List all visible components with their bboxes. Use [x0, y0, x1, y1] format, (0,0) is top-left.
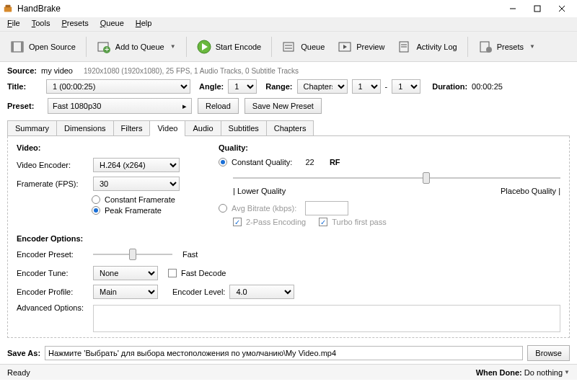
tab-video[interactable]: Video	[149, 120, 185, 136]
cq-unit: RF	[330, 158, 340, 166]
placebo-quality-label: Placebo Quality |	[501, 187, 560, 195]
save-new-preset-button[interactable]: Save New Preset	[245, 98, 322, 114]
encoder-level-label: Encoder Level:	[172, 288, 225, 296]
range-from-select[interactable]: 1	[352, 79, 381, 94]
window-title: HandBrake	[17, 4, 501, 14]
source-label: Source:	[7, 66, 37, 75]
menu-tools[interactable]: Tools	[26, 17, 56, 31]
svg-text:+: +	[105, 45, 109, 53]
menu-help[interactable]: Help	[130, 17, 158, 31]
duration-label: Duration:	[432, 82, 467, 91]
encoder-level-select[interactable]: 4.0	[229, 285, 294, 299]
framerate-select[interactable]: 30	[93, 177, 180, 191]
title-label: Title:	[7, 82, 42, 91]
duration-value: 00:00:25	[472, 82, 503, 91]
constant-quality-radio[interactable]: Constant Quality: 22 RF	[219, 158, 560, 166]
close-button[interactable]	[550, 1, 574, 17]
tab-chapters[interactable]: Chapters	[266, 120, 314, 136]
video-heading: Video:	[17, 143, 197, 152]
angle-label: Angle:	[199, 82, 224, 91]
save-as-input[interactable]	[45, 346, 523, 360]
encoder-label: Video Encoder:	[17, 161, 89, 169]
encoder-tune-label: Encoder Tune:	[17, 269, 89, 277]
encoder-tune-select[interactable]: None	[93, 266, 158, 280]
add-queue-button[interactable]: + Add to Queue▼	[91, 37, 182, 57]
when-done-label: When Done:	[476, 368, 522, 377]
quality-slider[interactable]	[233, 171, 560, 185]
menu-queue[interactable]: Queue	[94, 17, 130, 31]
play-icon	[197, 40, 211, 54]
menu-file[interactable]: File	[1, 17, 26, 31]
encoder-preset-slider[interactable]	[93, 247, 172, 262]
encoder-options-heading: Encoder Options:	[17, 234, 560, 243]
maximize-button[interactable]	[525, 1, 550, 17]
svg-marker-18	[343, 45, 347, 49]
encoder-profile-label: Encoder Profile:	[17, 288, 89, 296]
app-icon	[3, 4, 13, 14]
turbo-check[interactable]	[319, 218, 327, 226]
queue-icon	[282, 40, 296, 54]
fast-decode-check[interactable]	[168, 269, 177, 277]
twopass-check[interactable]	[233, 218, 242, 226]
save-as-label: Save As:	[7, 349, 40, 357]
svg-rect-7	[12, 42, 14, 52]
status-ready: Ready	[7, 368, 30, 377]
browse-button[interactable]: Browse	[527, 345, 570, 361]
tab-filters[interactable]: Filters	[113, 120, 151, 136]
range-type-select[interactable]: Chapters	[297, 79, 348, 94]
activity-log-button[interactable]: Activity Log	[392, 37, 462, 57]
cq-value: 22	[306, 158, 314, 166]
svg-rect-1	[6, 5, 11, 8]
preset-select[interactable]: Fast 1080p30▸	[48, 98, 192, 114]
svg-rect-3	[534, 6, 540, 12]
presets-button[interactable]: Presets▼	[472, 37, 541, 57]
quality-heading: Quality:	[219, 143, 560, 152]
tab-summary[interactable]: Summary	[7, 120, 57, 136]
framerate-label: Framerate (FPS):	[17, 179, 89, 188]
encoder-profile-select[interactable]: Main	[93, 285, 158, 299]
lower-quality-label: | Lower Quality	[233, 187, 286, 195]
encoder-select[interactable]: H.264 (x264)	[93, 158, 180, 172]
preview-button[interactable]: Preview	[332, 37, 390, 57]
menu-presets[interactable]: Presets	[56, 17, 94, 31]
title-select[interactable]: 1 (00:00:25)	[46, 79, 190, 94]
preset-label: Preset:	[7, 102, 42, 110]
log-icon	[397, 40, 412, 54]
encoder-preset-label: Encoder Preset:	[17, 250, 89, 259]
preview-icon	[338, 40, 352, 54]
range-to-select[interactable]: 1	[392, 79, 420, 94]
menu-bar: File Tools Presets Queue Help	[0, 17, 577, 32]
svg-rect-14	[283, 43, 294, 51]
svg-rect-0	[4, 6, 12, 12]
svg-point-23	[486, 47, 492, 53]
encoder-preset-value: Fast	[182, 250, 198, 259]
start-encode-button[interactable]: Start Encode	[191, 37, 268, 57]
presets-icon	[478, 40, 493, 54]
add-queue-icon: +	[97, 40, 111, 54]
film-icon	[10, 40, 25, 54]
advanced-options-label: Advanced Options:	[17, 303, 89, 312]
avg-bitrate-radio[interactable]: Avg Bitrate (kbps):	[219, 201, 560, 215]
tab-bar: Summary Dimensions Filters Video Audio S…	[7, 120, 570, 136]
pfr-radio[interactable]: Peak Framerate	[92, 206, 197, 215]
svg-rect-8	[21, 42, 23, 52]
source-name: my video	[41, 66, 73, 75]
angle-select[interactable]: 1	[228, 79, 257, 94]
tab-audio[interactable]: Audio	[185, 120, 221, 136]
open-source-button[interactable]: Open Source	[4, 37, 82, 57]
range-label: Range:	[265, 82, 292, 91]
reload-button[interactable]: Reload	[198, 98, 239, 114]
advanced-options-input[interactable]	[93, 305, 560, 332]
when-done-value[interactable]: Do nothing	[524, 368, 563, 377]
queue-button[interactable]: Queue	[276, 37, 330, 57]
source-meta: 1920x1080 (1920x1080), 25 FPS, 1 Audio T…	[84, 67, 299, 75]
avg-bitrate-input[interactable]	[305, 201, 348, 215]
cfr-radio[interactable]: Constant Framerate	[92, 195, 197, 204]
tab-dimensions[interactable]: Dimensions	[56, 120, 113, 136]
minimize-button[interactable]	[501, 1, 525, 17]
tab-subtitles[interactable]: Subtitles	[221, 120, 267, 136]
